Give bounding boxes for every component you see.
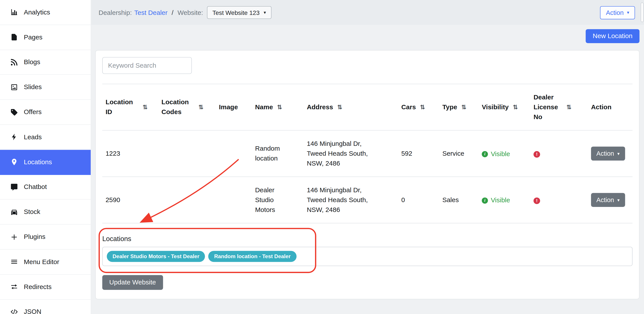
cell-dealer-license: !	[530, 177, 588, 223]
sort-icon[interactable]: ⇅	[461, 104, 466, 111]
website-select-value: Test Website 123	[212, 9, 260, 16]
sidebar-item-leads[interactable]: Leads	[0, 125, 91, 150]
scrollbar-thumb[interactable]	[641, 2, 644, 22]
cell-action: Action ▾	[588, 177, 632, 223]
keyword-search-input[interactable]	[102, 57, 192, 74]
cell-cars: 592	[398, 130, 439, 177]
locations-multiselect-field: Locations Dealer Studio Motors - Test De…	[102, 235, 632, 266]
sidebar-item-label: Locations	[24, 158, 52, 166]
column-label: Image	[219, 102, 238, 112]
column-header-action: Action	[588, 84, 632, 130]
update-website-button[interactable]: Update Website	[102, 275, 163, 290]
visibility-status: Visible	[491, 196, 510, 206]
sidebar-item-label: Offers	[24, 108, 42, 116]
sidebar-item-label: Blogs	[24, 58, 40, 66]
sidebar-item-blogs[interactable]: Blogs	[0, 50, 91, 75]
sidebar-item-slides[interactable]: Slides	[0, 75, 91, 100]
column-header-name[interactable]: Name ⇅	[252, 84, 304, 130]
column-label: Type	[442, 102, 457, 112]
sidebar-item-json[interactable]: JSON	[0, 300, 91, 314]
swap-arrows-icon	[10, 283, 18, 291]
column-header-dealer-license-no[interactable]: Dealer License No ⇅	[530, 84, 588, 130]
topbar-action-button[interactable]: Action ▾	[600, 6, 635, 19]
bolt-icon	[10, 133, 18, 141]
tag-icon	[10, 108, 18, 116]
sidebar-item-label: Redirects	[24, 283, 52, 290]
sidebar-item-redirects[interactable]: Redirects	[0, 274, 91, 300]
table-row: 1223 Random location 146 Minjungbal Dr, …	[102, 130, 632, 177]
column-header-address[interactable]: Address ⇅	[304, 84, 398, 130]
sidebar-item-analytics[interactable]: Analytics	[0, 0, 91, 25]
alert-circle-icon[interactable]: !	[534, 197, 540, 204]
sidebar-item-label: JSON	[24, 308, 42, 314]
locations-field-label: Locations	[102, 235, 632, 243]
alert-circle-icon[interactable]: !	[534, 151, 540, 158]
column-label: Action	[591, 102, 611, 112]
sidebar-item-label: Stock	[24, 208, 40, 216]
sidebar-item-label: Slides	[24, 84, 42, 91]
sort-icon[interactable]: ⇅	[142, 104, 148, 111]
sidebar-item-label: Leads	[24, 133, 42, 141]
row-action-button[interactable]: Action ▾	[591, 193, 625, 207]
sort-icon[interactable]: ⇅	[337, 104, 342, 111]
scrollbar-track[interactable]	[640, 0, 644, 314]
locations-card: Location ID ⇅ Location Codes ⇅	[95, 50, 640, 299]
sidebar-item-offers[interactable]: Offers	[0, 100, 91, 125]
chevron-down-icon: ▾	[264, 10, 266, 15]
cell-visibility: i Visible	[478, 177, 530, 223]
location-tag[interactable]: Random location - Test Dealer	[208, 251, 296, 262]
sidebar-item-pages[interactable]: Pages	[0, 25, 91, 50]
code-icon	[10, 308, 18, 314]
cell-type: Sales	[439, 177, 478, 223]
cell-location-id: 2590	[102, 177, 158, 223]
row-action-label: Action	[596, 150, 614, 157]
cell-name: Dealer Studio Motors	[252, 177, 304, 223]
locations-table: Location ID ⇅ Location Codes ⇅	[102, 84, 632, 224]
cell-address: 146 Minjungbal Dr, Tweed Heads South, NS…	[304, 177, 398, 223]
cell-address: 146 Minjungbal Dr, Tweed Heads South, NS…	[304, 130, 398, 177]
sort-icon[interactable]: ⇅	[566, 104, 572, 111]
column-label: Cars	[401, 102, 416, 112]
content-area: New Location Location ID	[91, 25, 644, 314]
column-header-visibility[interactable]: Visibility ⇅	[478, 84, 530, 130]
cell-type: Service	[439, 130, 478, 177]
sidebar-item-menu-editor[interactable]: Menu Editor	[0, 250, 91, 274]
breadcrumb-separator: /	[172, 9, 173, 16]
sidebar-item-locations[interactable]: Locations	[0, 150, 91, 175]
sort-icon[interactable]: ⇅	[277, 104, 282, 111]
map-pin-icon	[10, 158, 18, 166]
column-header-location-codes[interactable]: Location Codes ⇅	[158, 84, 216, 130]
sort-icon[interactable]: ⇅	[513, 104, 518, 111]
sidebar-item-label: Pages	[24, 34, 42, 41]
sidebar-item-stock[interactable]: Stock	[0, 200, 91, 225]
sort-icon[interactable]: ⇅	[198, 104, 204, 111]
location-tag[interactable]: Dealer Studio Motors - Test Dealer	[107, 251, 205, 262]
column-label: Visibility	[482, 102, 509, 112]
menu-bars-icon	[10, 258, 18, 266]
cell-dealer-license: !	[530, 130, 588, 177]
car-icon	[10, 208, 18, 216]
column-header-type[interactable]: Type ⇅	[439, 84, 478, 130]
website-label: Website:	[178, 9, 203, 16]
chevron-down-icon: ▾	[617, 151, 620, 156]
visibility-status: Visible	[491, 149, 510, 159]
column-header-location-id[interactable]: Location ID ⇅	[102, 84, 158, 130]
website-select-dropdown[interactable]: Test Website 123 ▾	[207, 6, 271, 19]
table-header-row: Location ID ⇅ Location Codes ⇅	[102, 84, 632, 130]
file-icon	[10, 33, 18, 41]
topbar-action-label: Action	[606, 9, 624, 16]
sidebar-item-label: Chatbot	[24, 183, 47, 191]
cell-location-codes	[158, 130, 216, 177]
sidebar-item-plugins[interactable]: Plugins	[0, 225, 91, 250]
sidebar-nav: Analytics Pages Blogs Slides Offers	[0, 0, 91, 314]
new-location-button[interactable]: New Location	[586, 29, 640, 43]
row-action-button[interactable]: Action ▾	[591, 146, 625, 160]
column-label: Location Codes	[162, 97, 194, 117]
sidebar-item-chatbot[interactable]: Chatbot	[0, 175, 91, 200]
column-header-cars[interactable]: Cars ⇅	[398, 84, 439, 130]
column-label: Address	[307, 102, 333, 112]
column-header-image: Image	[216, 84, 252, 130]
locations-tags-input[interactable]: Dealer Studio Motors - Test Dealer Rando…	[102, 247, 632, 266]
dealership-link[interactable]: Test Dealer	[134, 9, 168, 16]
sort-icon[interactable]: ⇅	[420, 104, 425, 111]
